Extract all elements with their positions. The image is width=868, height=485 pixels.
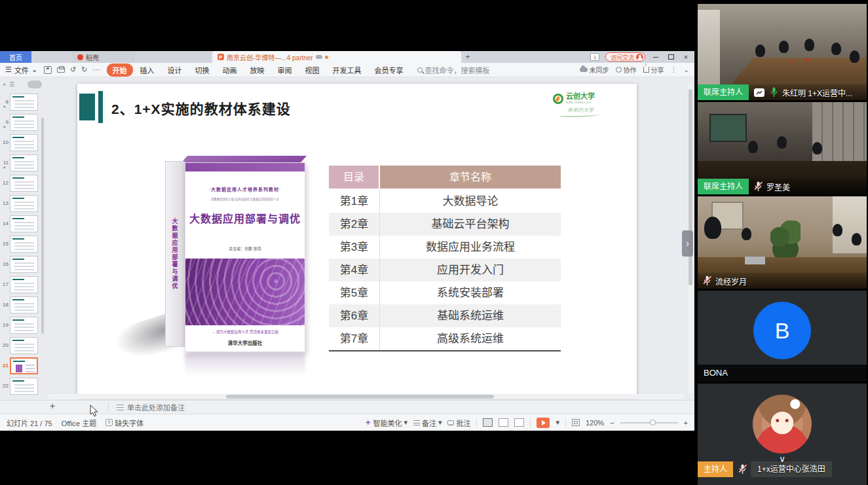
file-menu[interactable]: ☰文件⌄: [5, 65, 37, 75]
participant-tile-5[interactable]: ∨ 主持人 1+x运营中心张浩田: [698, 384, 867, 485]
table-row: 第4章应用开发入门: [329, 259, 561, 281]
menu-item-devtools[interactable]: 开发工具: [327, 63, 368, 77]
notification-badge[interactable]: 1: [590, 53, 599, 61]
notes-bar: + 单击此处添加备注: [0, 400, 694, 414]
menu-item-transition[interactable]: 切换: [189, 63, 216, 77]
slide-thumbnail-10[interactable]: 10: [0, 132, 45, 153]
chapter-name: 应用开发入门: [380, 259, 561, 281]
zoom-level[interactable]: 120%: [586, 419, 604, 427]
missing-font-warning[interactable]: T缺失字体: [105, 418, 143, 428]
slide[interactable]: 2、1+X实施的教材体系建设 云创大学 edu.cstor.cn 未来的大学: [77, 84, 637, 398]
host-badge: 主持人: [698, 461, 733, 477]
beautify-button[interactable]: 智能美化▾: [365, 418, 407, 428]
zoom-out-button[interactable]: −: [610, 419, 614, 427]
command-search-input[interactable]: 查找命令，搜索模板: [417, 65, 490, 75]
slide-thumbnail-12[interactable]: 12: [0, 173, 45, 193]
reading-view-button[interactable]: [514, 418, 524, 427]
slide-thumbnail-8[interactable]: 8★: [0, 92, 45, 112]
slide-thumbnail-21[interactable]: 21: [0, 355, 45, 376]
visit-exchange-button[interactable]: 访问交流: [605, 52, 645, 62]
share-button[interactable]: 分享: [643, 65, 664, 75]
menu-item-design[interactable]: 设计: [162, 63, 188, 77]
comments-icon: [447, 420, 454, 425]
thumbnail-number: 18: [0, 302, 10, 308]
chapter-number: 第5章: [329, 281, 380, 304]
sync-status[interactable]: 未同步: [580, 65, 609, 75]
more-options-icon[interactable]: ⋮: [671, 66, 677, 73]
chapter-table: 目录 章节名称 第1章大数据导论 第2章基础云平台架构 第3章数据应用业务流程 …: [329, 166, 561, 351]
menu-item-view[interactable]: 视图: [299, 63, 326, 77]
participant-tile-4[interactable]: B BONA: [698, 291, 867, 382]
slide-thumbnail-19[interactable]: 19: [0, 315, 45, 335]
slide-thumbnail-14[interactable]: 14: [0, 213, 45, 234]
zoom-slider[interactable]: [620, 422, 678, 423]
play-options-caret[interactable]: ▾: [556, 418, 559, 427]
redo-icon[interactable]: ↻: [81, 65, 87, 74]
undo-icon[interactable]: ↺: [70, 65, 76, 74]
slide-thumbnail-11[interactable]: 11★: [0, 153, 45, 173]
docer-icon: [77, 54, 83, 60]
thumbnail-number: 22: [0, 383, 10, 389]
print-icon[interactable]: [57, 67, 65, 73]
ribbon-collapse-icon[interactable]: ⌄: [684, 66, 689, 73]
notes-placeholder-area[interactable]: 单击此处添加备注: [117, 402, 185, 412]
wps-tab-bar: 首页 稻壳 P 南京云创-华博特—...4 partner + 1 访问交流 ×: [0, 51, 694, 63]
book-front-cover: ·大数据应用人才培养系列教材· 刘鹏教授领衔主编 培养高薪的大数据应用技能型人才…: [185, 162, 305, 352]
microphone-muted-icon: [754, 181, 763, 192]
add-slide-button[interactable]: +: [50, 401, 55, 411]
horizontal-scrollbar[interactable]: [47, 394, 685, 399]
slide-thumbnail-9[interactable]: 9★: [0, 112, 45, 132]
notes-toggle-button[interactable]: 备注▾: [413, 418, 442, 428]
thumbnail-scrollbar[interactable]: [41, 118, 44, 334]
thumbnail-number: 20: [0, 342, 10, 348]
fit-to-window-icon[interactable]: [572, 419, 580, 426]
book-series-text: ·大数据应用人才培养系列教材·: [185, 186, 305, 192]
panel-collapse-icon[interactable]: »: [3, 81, 6, 88]
zoom-in-button[interactable]: +: [684, 419, 688, 427]
slideshow-play-button[interactable]: [537, 418, 550, 428]
participant-tile-2[interactable]: 联席主持人 罗圣美: [698, 102, 867, 194]
tab-home[interactable]: 首页: [0, 51, 31, 63]
menu-item-slideshow[interactable]: 放映: [244, 63, 271, 77]
minimize-button[interactable]: [651, 53, 660, 61]
comments-button[interactable]: 批注: [447, 418, 470, 428]
menu-item-review[interactable]: 审阅: [272, 63, 298, 77]
participant-tile-1[interactable]: 联席主持人 朱红明 1+X运营中...: [698, 4, 867, 100]
collaborate-button[interactable]: 协作: [616, 65, 637, 75]
menu-item-insert[interactable]: 插入: [134, 63, 160, 77]
wps-menu-bar: ☰文件⌄ ↺ ↻ ⋯ 开始 插入 设计 切换 动画 放映 审阅 视图 开发工具 …: [0, 63, 694, 77]
new-tab-button[interactable]: +: [461, 51, 474, 63]
participant-tile-3[interactable]: 流经岁月: [698, 196, 867, 289]
tab-docer[interactable]: 稻壳: [72, 51, 135, 63]
panel-collapse-chevron-icon[interactable]: ∨: [779, 454, 785, 464]
slide-thumbnail-20[interactable]: 20: [0, 335, 45, 355]
close-button[interactable]: ×: [681, 53, 690, 61]
chapter-number: 第2章: [329, 213, 380, 236]
tab-document[interactable]: P 南京云创-华博特—...4 partner: [212, 51, 461, 63]
zoom-slider-thumb[interactable]: [650, 420, 656, 425]
panel-expand-button[interactable]: ›: [682, 230, 693, 257]
restore-button[interactable]: [666, 53, 675, 61]
menu-item-start[interactable]: 开始: [107, 63, 133, 77]
slide-thumbnail-15[interactable]: 15: [0, 234, 45, 254]
normal-view-button[interactable]: [483, 418, 493, 427]
slide-thumbnail-16[interactable]: 16: [0, 254, 45, 274]
thumbnail-preview: [10, 337, 38, 354]
slide-thumbnail-22[interactable]: 22: [0, 376, 45, 396]
visit-exchange-label: 访问交流: [611, 53, 634, 62]
mouse-cursor: [90, 404, 98, 420]
thumbnail-number: 10: [0, 139, 10, 145]
outline-view-icon[interactable]: ☰: [9, 81, 14, 88]
chapter-name: 数据应用业务流程: [380, 236, 561, 259]
panel-tool-button[interactable]: [28, 81, 42, 88]
slide-thumbnail-18[interactable]: 18: [0, 295, 45, 315]
chapter-number: 第4章: [329, 259, 380, 281]
menu-item-member[interactable]: 会员专享: [369, 63, 409, 77]
slide-thumbnail-13[interactable]: 13: [0, 193, 45, 213]
menu-item-animation[interactable]: 动画: [217, 63, 243, 77]
thumbnail-preview: [10, 256, 38, 273]
slide-sorter-view-button[interactable]: [499, 418, 508, 427]
slide-thumbnail-17[interactable]: 17: [0, 274, 45, 295]
more-icon[interactable]: ⋯: [93, 65, 100, 74]
save-icon[interactable]: [44, 66, 52, 74]
